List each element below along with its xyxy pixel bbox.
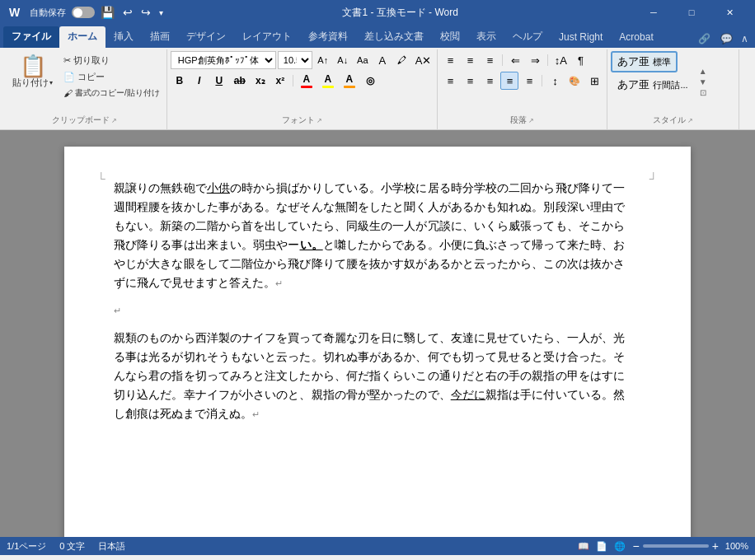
show-marks-button[interactable]: ¶	[571, 51, 589, 69]
zoom-container: − +	[632, 539, 718, 553]
font-color-button[interactable]: A	[373, 51, 392, 69]
copy-button[interactable]: 📄 コピー	[60, 69, 163, 85]
increase-indent-button[interactable]: ⇒	[526, 51, 544, 69]
para-row-1: ≡ ≡ ≡ ⇐ ⇒ ↕A ¶	[441, 51, 589, 69]
styles-down-button[interactable]: ▼	[698, 77, 708, 87]
clipboard-launcher-icon[interactable]: ↗	[111, 117, 117, 124]
corner-mark-tl: └	[97, 170, 106, 189]
para-return-1: ↵	[275, 278, 283, 288]
ribbon-collapse-button[interactable]: ∧	[738, 30, 752, 48]
underline-text-1: 小供	[207, 182, 230, 194]
zoom-slider[interactable]	[643, 544, 709, 548]
change-case-button[interactable]: Aa	[354, 51, 372, 69]
line-spacing-button[interactable]: ↕	[546, 72, 564, 90]
italic-button[interactable]: I	[190, 72, 209, 90]
numbering-button[interactable]: ≡	[461, 51, 479, 69]
minimize-button[interactable]: ─	[635, 0, 673, 25]
borders-button[interactable]: ⊞	[585, 72, 603, 90]
clear-format-button[interactable]: A✕	[413, 51, 434, 69]
styles-group: あア亜 標準 あア亜 行間詰... ▲ ▼ ⊡ スタイル ↗	[607, 49, 739, 129]
increase-font-size-button[interactable]: A↑	[314, 51, 332, 69]
tab-mailings[interactable]: 差し込み文書	[356, 26, 432, 48]
style-compact-text: あア亜	[617, 77, 649, 92]
decrease-indent-button[interactable]: ⇐	[506, 51, 524, 69]
customize-qa-button[interactable]: ▾	[157, 7, 166, 19]
autosave-toggle[interactable]	[72, 7, 95, 18]
zoom-level[interactable]: 100%	[725, 541, 748, 551]
strikethrough-button[interactable]: ab	[230, 72, 250, 90]
font-color-a-button[interactable]: A	[297, 72, 317, 90]
tab-design[interactable]: デザイン	[178, 26, 234, 48]
close-button[interactable]: ✕	[710, 0, 748, 25]
tab-home[interactable]: ホーム	[59, 26, 106, 48]
multilevel-button[interactable]: ≡	[481, 51, 499, 69]
paste-icon: 📋	[20, 55, 46, 77]
paste-label: 貼り付け	[12, 77, 49, 89]
zoom-out-button[interactable]: −	[632, 539, 639, 553]
tab-references[interactable]: 参考資料	[300, 26, 356, 48]
font-name-row: HGP創英角ﾎﾟｯﾌﾟ体 10.5 A↑ A↓ Aa A 🖍 A✕	[171, 51, 434, 69]
distributed-button[interactable]: ≡	[520, 72, 538, 90]
tab-help[interactable]: ヘルプ	[504, 26, 551, 48]
superscript-button[interactable]: x²	[271, 72, 289, 90]
font-size-select[interactable]: 10.5	[278, 51, 312, 69]
comments-button[interactable]: 💬	[715, 30, 738, 48]
sort-button[interactable]: ↕A	[551, 51, 570, 69]
share-button[interactable]: 🔗	[693, 30, 715, 48]
shading-button[interactable]: 🎨	[565, 72, 584, 90]
style-compact[interactable]: あア亜 行間詰...	[611, 74, 694, 96]
copy-label: コピー	[77, 71, 105, 83]
page-content[interactable]: 親譲りの無鉄砲で小供の時から損ばかりしている。小学校に居る時分学校の二回から飛び…	[114, 180, 625, 424]
format-copy-button[interactable]: 🖌 書式のコピー/貼り付け	[60, 86, 163, 100]
style-standard-text: あア亜	[617, 54, 649, 69]
font-name-select[interactable]: HGP創英角ﾎﾟｯﾌﾟ体	[171, 51, 276, 69]
clipboard-content: 📋 貼り付け ▾ ✂ 切り取り 📄 コピー 🖌 書式のコピー/貼り付け	[7, 51, 163, 113]
paragraph-launcher-icon[interactable]: ↗	[528, 117, 534, 124]
subscript-button[interactable]: x₂	[251, 72, 270, 90]
paste-dropdown-icon[interactable]: ▾	[49, 79, 53, 86]
print-layout-button[interactable]: 📄	[596, 541, 607, 552]
tab-insert[interactable]: 挿入	[106, 26, 142, 48]
style-standard[interactable]: あア亜 標準	[611, 51, 678, 72]
align-right-button[interactable]: ≡	[481, 72, 499, 90]
underline-bold-text: い。	[300, 239, 323, 251]
font-group: HGP創英角ﾎﾟｯﾌﾟ体 10.5 A↑ A↓ Aa A 🖍 A✕ B I U …	[167, 49, 438, 129]
decrease-font-size-button[interactable]: A↓	[334, 51, 352, 69]
justify-button[interactable]: ≡	[500, 72, 518, 90]
align-center-button[interactable]: ≡	[461, 72, 479, 90]
tab-view[interactable]: 表示	[468, 26, 504, 48]
redo-button[interactable]: ↪	[138, 4, 153, 21]
styles-launcher-icon[interactable]: ↗	[687, 117, 693, 124]
restore-button[interactable]: □	[673, 0, 710, 25]
tab-justright[interactable]: Just Right	[551, 26, 611, 48]
page: └ ┘ 親譲りの無鉄砲で小供の時から損ばかりしている。小学校に居る時分学校の二回…	[64, 147, 691, 537]
font-background-button[interactable]: A	[340, 72, 359, 90]
paste-button[interactable]: 📋 貼り付け ▾	[7, 51, 59, 93]
web-layout-button[interactable]: 🌐	[614, 541, 626, 552]
zoom-in-button[interactable]: +	[712, 539, 719, 553]
style-compact-label: 行間詰...	[653, 79, 687, 91]
styles-up-button[interactable]: ▲	[698, 66, 708, 77]
undo-button[interactable]: ↩	[120, 4, 135, 21]
tab-draw[interactable]: 描画	[142, 26, 178, 48]
word-logo-icon: W	[7, 5, 22, 20]
align-left-button[interactable]: ≡	[441, 72, 459, 90]
tab-review[interactable]: 校閲	[432, 26, 468, 48]
highlight-a-button[interactable]: A	[318, 72, 338, 90]
tab-layout[interactable]: レイアウト	[234, 26, 300, 48]
ribbon-tabs: ファイル ホーム 挿入 描画 デザイン レイアウト 参考資料 差し込み文書 校閲…	[0, 25, 755, 48]
shade-button[interactable]: ◎	[361, 72, 379, 90]
statusbar: 1/1ページ 0 文字 日本語 📖 📄 🌐 − + 100%	[0, 537, 755, 555]
highlight-button[interactable]: 🖍	[393, 51, 411, 69]
read-mode-button[interactable]: 📖	[578, 541, 589, 552]
underline-button[interactable]: U	[210, 72, 228, 90]
bullets-button[interactable]: ≡	[441, 51, 459, 69]
cut-button[interactable]: ✂ 切り取り	[60, 53, 163, 68]
clipboard-group: 📋 貼り付け ▾ ✂ 切り取り 📄 コピー 🖌 書式のコピー/貼り付け	[3, 49, 167, 129]
font-launcher-icon[interactable]: ↗	[317, 117, 322, 124]
tab-file[interactable]: ファイル	[3, 26, 59, 48]
save-button[interactable]: 💾	[98, 4, 117, 21]
styles-more-button[interactable]: ⊡	[698, 87, 708, 98]
tab-acrobat[interactable]: Acrobat	[611, 26, 661, 48]
bold-button[interactable]: B	[171, 72, 189, 90]
